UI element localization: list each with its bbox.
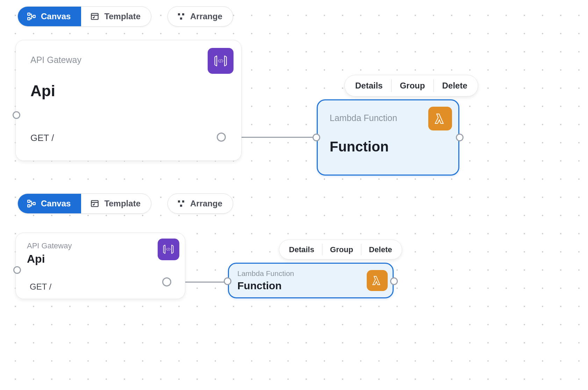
view-toggle-group: Canvas Template — [17, 6, 151, 27]
designer-panel-large: Canvas Template Arrange API Gateway Api … — [0, 0, 588, 187]
arrange-button[interactable]: Arrange — [167, 6, 233, 27]
card-endpoint: GET / — [30, 282, 51, 292]
svg-rect-13 — [180, 205, 182, 207]
ctx-group[interactable]: Group — [392, 75, 433, 96]
arrange-icon — [177, 12, 185, 21]
ctx-delete[interactable]: Delete — [434, 75, 476, 96]
template-tab-label: Template — [104, 199, 141, 208]
card-service-label: Lambda Function — [330, 113, 397, 123]
card-title: Function — [330, 139, 389, 155]
svg-rect-2 — [33, 15, 35, 18]
template-tab[interactable]: Template — [81, 7, 151, 26]
port-out[interactable] — [456, 134, 464, 141]
ctx-details[interactable]: Details — [347, 75, 391, 96]
canvas-tab-label: Canvas — [41, 199, 71, 208]
ctx-delete[interactable]: Delete — [361, 240, 400, 259]
svg-rect-11 — [178, 200, 180, 203]
template-tab[interactable]: Template — [81, 194, 151, 213]
apigateway-icon — [158, 239, 179, 260]
template-icon — [90, 199, 99, 208]
node-context-menu: Details Group Delete — [279, 240, 402, 260]
svg-rect-5 — [182, 13, 184, 15]
arrange-button-label: Arrange — [190, 12, 222, 21]
svg-rect-1 — [28, 17, 30, 20]
api-gateway-card[interactable]: API Gateway Api GET / — [15, 233, 185, 299]
ctx-details[interactable]: Details — [281, 240, 322, 259]
svg-rect-9 — [33, 203, 35, 205]
svg-rect-4 — [178, 13, 180, 15]
card-endpoint: GET / — [30, 133, 54, 143]
flow-icon — [27, 199, 36, 208]
apigateway-icon — [208, 48, 234, 74]
port-left[interactable] — [13, 266, 21, 274]
arrange-button-label: Arrange — [190, 199, 222, 208]
port-out[interactable] — [217, 133, 226, 142]
toolbar: Canvas Template Arrange — [17, 6, 233, 27]
svg-rect-6 — [180, 17, 182, 20]
card-title: Api — [30, 82, 55, 100]
port-left[interactable] — [13, 111, 20, 119]
api-gateway-card[interactable]: API Gateway Api GET / — [15, 40, 242, 161]
canvas-tab-label: Canvas — [41, 12, 71, 21]
svg-rect-0 — [28, 13, 30, 15]
ctx-group[interactable]: Group — [322, 240, 361, 259]
card-title: Function — [237, 280, 282, 292]
svg-rect-12 — [182, 200, 184, 203]
template-icon — [90, 12, 99, 21]
lambda-icon — [367, 270, 388, 291]
card-service-label: API Gateway — [27, 241, 72, 250]
arrange-icon — [177, 199, 185, 208]
toolbar: Canvas Template Arrange — [17, 193, 233, 214]
lambda-function-card[interactable]: Lambda Function Function — [228, 263, 394, 298]
designer-panel-small: Canvas Template Arrange API Gateway Api … — [0, 187, 588, 390]
card-service-label: Lambda Function — [237, 269, 294, 278]
port-out[interactable] — [390, 277, 398, 285]
lambda-function-card[interactable]: Lambda Function Function — [317, 99, 459, 176]
port-in[interactable] — [313, 134, 320, 141]
canvas-tab[interactable]: Canvas — [18, 194, 81, 213]
arrange-button[interactable]: Arrange — [167, 193, 233, 214]
card-title: Api — [27, 253, 45, 265]
flow-icon — [27, 12, 36, 21]
port-in[interactable] — [224, 277, 231, 285]
template-tab-label: Template — [104, 12, 141, 21]
view-toggle-group: Canvas Template — [17, 193, 151, 214]
svg-rect-8 — [28, 205, 30, 207]
card-service-label: API Gateway — [30, 55, 81, 65]
port-out[interactable] — [162, 277, 171, 286]
canvas-tab[interactable]: Canvas — [18, 7, 81, 26]
node-context-menu: Details Group Delete — [344, 75, 478, 97]
svg-rect-7 — [28, 200, 30, 203]
lambda-icon — [428, 107, 452, 130]
